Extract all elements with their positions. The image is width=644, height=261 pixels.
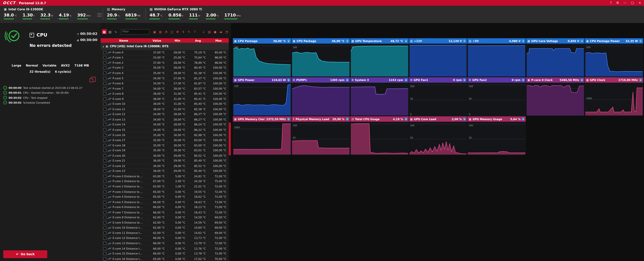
chart-view-icon[interactable]: ∿ <box>114 29 118 34</box>
row-checkbox[interactable] <box>103 170 106 173</box>
show-frequencies-icon[interactable]: ◔ <box>164 29 168 34</box>
save-report-icon[interactable]: ▤ <box>207 29 212 34</box>
timer-icon[interactable]: ◔ <box>224 29 229 34</box>
device-section[interactable]: ▤ Memory 20.9% 6819MB <box>103 6 146 23</box>
row-checkbox[interactable] <box>103 257 106 261</box>
row-checkbox[interactable] <box>103 82 106 85</box>
collapse-caret-icon[interactable]: ▾ <box>102 45 104 48</box>
row-checkbox[interactable] <box>103 252 106 255</box>
tile-header[interactable]: ▣ P-core 0 Clock 5486,58 MHz i <box>526 77 584 83</box>
table-row[interactable]: E-core 21 36,00 °C 29,00 °C 85,49 °C 100… <box>101 158 229 164</box>
row-checkbox[interactable] <box>103 247 106 250</box>
table-row[interactable]: E-core 14 34,00 °C 28,00 °C 86,24 °C 100… <box>101 122 229 128</box>
minimize-button[interactable]: — <box>624 0 626 6</box>
tile-header[interactable]: ▦ GPU Power 110,63 W i <box>233 77 291 83</box>
copy-log-button[interactable] <box>91 77 96 82</box>
show-temperatures-icon[interactable]: ▣ <box>152 29 157 34</box>
table-row[interactable]: E-core 20 36,00 °C 29,00 °C 85,52 °C 100… <box>101 153 229 158</box>
tile-header[interactable]: ▦ GPU Core Load 2,00 % i <box>409 116 467 122</box>
table-row[interactable]: P-core 7 34,00 °C 28,00 °C 83,57 °C 100,… <box>101 86 229 91</box>
edit-sensors-icon[interactable]: ✎ <box>187 29 191 34</box>
row-checkbox[interactable] <box>103 159 106 163</box>
row-checkbox[interactable] <box>103 164 106 168</box>
row-checkbox[interactable] <box>103 211 106 214</box>
row-checkbox[interactable] <box>103 226 106 229</box>
row-checkbox[interactable] <box>103 236 106 240</box>
info-icon[interactable]: i <box>580 40 583 42</box>
row-checkbox[interactable] <box>103 92 106 96</box>
table-row[interactable]: P-core 3 Distance to ... 65,00 °C 0,00 °… <box>101 189 229 195</box>
tile-header[interactable]: ▦ GPU Memory Usage 5,64 % i <box>468 116 526 122</box>
info-icon[interactable]: i <box>346 117 348 120</box>
pause-icon[interactable]: ▬ <box>218 29 223 34</box>
table-row[interactable]: E-core 9 38,00 °C 31,00 °C 85,41 °C 100,… <box>101 97 229 102</box>
row-checkbox[interactable] <box>103 103 106 106</box>
tile-header[interactable]: ▣ CPU Package 46,00 °C i <box>292 38 350 44</box>
row-checkbox[interactable] <box>103 190 106 193</box>
row-checkbox[interactable] <box>103 180 106 183</box>
info-icon[interactable]: i <box>463 40 466 42</box>
tile-header[interactable]: ✻ System 3 1243 rpm i <box>350 77 408 83</box>
row-checkbox[interactable] <box>103 195 106 199</box>
tile-header[interactable]: ▣ CPU Package 38,00 °C i <box>233 38 291 44</box>
row-checkbox[interactable] <box>103 123 106 126</box>
row-checkbox[interactable] <box>103 231 106 235</box>
info-icon[interactable]: i <box>404 79 407 81</box>
row-checkbox[interactable] <box>103 128 106 132</box>
table-row[interactable]: E-core 16 35,00 °C 30,00 °C 82,98 °C 100… <box>101 133 229 138</box>
info-icon[interactable]: i <box>639 40 642 42</box>
table-row[interactable]: P-core 7 Distance to ... 66,00 °C 0,00 °… <box>101 210 229 215</box>
row-checkbox[interactable] <box>103 66 106 70</box>
record-icon[interactable]: ● <box>213 29 217 34</box>
grip-dots-icon[interactable] <box>97 12 102 17</box>
row-checkbox[interactable] <box>103 97 106 101</box>
scrollbar-thumb[interactable] <box>229 123 231 155</box>
table-row[interactable]: E-core 22 36,00 °C 29,00 °C 85,52 °C 100… <box>101 164 229 169</box>
row-checkbox[interactable] <box>103 51 106 54</box>
tile-header[interactable]: ✻ PUMP1 1305 rpm i <box>292 77 350 83</box>
row-checkbox[interactable] <box>103 77 106 80</box>
table-row[interactable]: E-core 11 Distance t... 62,00 °C 0,00 °C… <box>101 231 229 236</box>
table-row[interactable]: E-core 12 34,00 °C 28,00 °C 86,27 °C 100… <box>101 112 229 117</box>
info-icon[interactable]: i <box>522 40 524 42</box>
row-checkbox[interactable] <box>103 221 106 224</box>
table-row[interactable]: P-core 2 Distance to ... 63,00 °C 1,00 °… <box>101 184 229 189</box>
column-max[interactable]: Max <box>208 39 229 42</box>
row-checkbox[interactable] <box>103 154 106 157</box>
table-row[interactable]: P-core 4 35,00 °C 28,00 °C 81,38 °C 100,… <box>101 71 229 76</box>
row-checkbox[interactable] <box>103 56 106 59</box>
device-section[interactable]: ▣ Intel Core i9-13900K 38.0°C 1.30V 32.3… <box>0 6 96 23</box>
table-row[interactable]: P-core 5 34,00 °C 27,00 °C 81,37 °C 100,… <box>101 76 229 81</box>
info-icon[interactable]: i <box>463 117 466 120</box>
table-row[interactable]: E-core 19 35,00 °C 30,00 °C 83,01 °C 100… <box>101 148 229 153</box>
go-back-button[interactable]: ↵ Go back <box>3 250 47 258</box>
tile-header[interactable]: ▦ GPU Core Voltage 0,856 V i <box>526 38 584 44</box>
info-icon[interactable]: i <box>463 79 466 81</box>
tile-header[interactable]: ▦ GPU Clock 1710,00 MHz i <box>585 77 643 83</box>
export-icon[interactable]: ↓ <box>201 29 206 34</box>
tile-header[interactable]: ✻ GPU Fan2 0 rpm i <box>468 77 526 83</box>
row-checkbox[interactable] <box>103 216 106 219</box>
info-icon[interactable]: i <box>522 79 524 81</box>
tile-header[interactable]: ? Physical Memory Load 20,90 % i <box>292 116 350 122</box>
table-row[interactable]: E-core 12 Distance t... 66,00 °C 0,00 °C… <box>101 236 229 241</box>
table-row[interactable]: E-core 11 38,00 °C 31,00 °C 85,38 °C 100… <box>101 107 229 112</box>
row-checkbox[interactable] <box>103 133 106 137</box>
tile-header[interactable]: ✻ GPU Fan1 0 rpm i <box>409 77 467 83</box>
maximize-button[interactable]: □ <box>631 0 634 6</box>
info-icon[interactable]: i <box>404 117 407 120</box>
table-row[interactable]: E-core 8 38,00 °C 31,00 °C 85,41 °C 100,… <box>101 91 229 97</box>
table-row[interactable]: P-core 2 37,00 °C 28,00 °C 78,99 °C 98,0… <box>101 61 229 66</box>
table-row[interactable]: P-core 6 34,00 °C 27,00 °C 81,87 °C 100,… <box>101 81 229 86</box>
table-scrollbar[interactable] <box>229 38 231 261</box>
filter-input[interactable] <box>121 29 150 35</box>
table-row[interactable]: E-core 13 Distance t... 66,00 °C 0,00 °C… <box>101 241 229 246</box>
tile-header[interactable]: ▥ +12V 12,120 V i <box>409 38 467 44</box>
tile-header[interactable]: ▦ GPU Temperature 48,72 °C i <box>350 38 408 44</box>
table-row[interactable]: E-core 13 34,00 °C 28,00 °C 86,27 °C 100… <box>101 117 229 123</box>
tile-header[interactable]: ▥ +5V 4,980 V i <box>468 38 526 44</box>
row-checkbox[interactable] <box>103 72 106 75</box>
show-power-icon[interactable]: ↯ <box>181 29 186 34</box>
info-icon[interactable]: i <box>404 40 407 42</box>
table-row[interactable]: E-core 10 38,00 °C 31,00 °C 85,40 °C 100… <box>101 102 229 107</box>
